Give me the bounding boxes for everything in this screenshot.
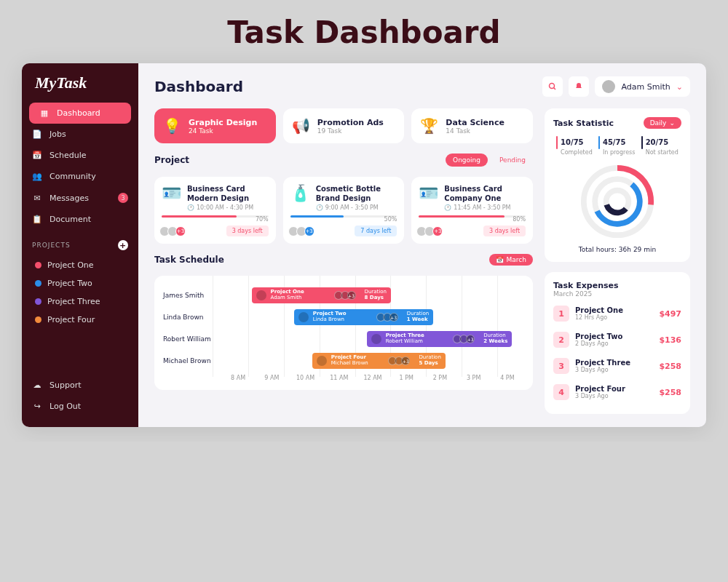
project-percent: 50% <box>290 216 397 223</box>
statistic-filter[interactable]: Daily ⌄ <box>644 117 681 129</box>
gantt-bar-label: Project ThreeRobert William <box>386 333 424 344</box>
avatars: +3 <box>390 356 410 365</box>
expenses-title: Task Expenses <box>553 281 681 290</box>
sidebar-project[interactable]: Project One <box>22 256 138 274</box>
nav-label: Community <box>50 172 96 181</box>
expense-row[interactable]: 4Project Four3 Days Ago$258 <box>553 379 681 405</box>
nav-label: Schedule <box>50 151 87 160</box>
avatar <box>298 312 309 322</box>
project-card[interactable]: 🪪Business Card Company One🕐11:45 AM - 3:… <box>411 177 533 244</box>
axis-label: 10 AM <box>288 375 322 381</box>
expense-time: 2 Days Ago <box>575 340 622 347</box>
nav-log-out[interactable]: ↪Log Out <box>22 396 138 417</box>
document-icon: 📋 <box>32 215 42 224</box>
project-label: Project Three <box>47 297 100 306</box>
expense-name: Project Four <box>575 385 625 393</box>
project-icon: 🪪 <box>419 184 438 211</box>
nav-support[interactable]: ☁Support <box>22 375 138 396</box>
statistic-title: Task Statistic <box>553 119 614 128</box>
sidebar-project[interactable]: Project Four <box>22 311 138 329</box>
tab-ongoing[interactable]: Ongoing <box>446 154 488 167</box>
category-icon: 📢 <box>292 117 310 135</box>
project-name: Business Card Modern Design <box>187 184 269 203</box>
days-left: 7 days left <box>355 226 397 236</box>
project-percent: 70% <box>162 216 269 223</box>
project-dot <box>35 316 41 323</box>
gantt-bar[interactable]: Project TwoLinda Brown+3Duration1 Week <box>294 309 433 325</box>
gantt-bar-label: Project FourMichael Brown <box>331 355 368 366</box>
expense-time: 3 Days Ago <box>575 367 630 373</box>
project-name: Cosmetic Bottle Brand Design <box>316 184 397 203</box>
nav-label: Messages <box>50 194 89 203</box>
nav-dashboard[interactable]: ▦Dashboard <box>29 103 131 124</box>
nav-messages[interactable]: ✉Messages3 <box>22 187 138 209</box>
category-card[interactable]: 💡Graphic Design24 Task <box>154 108 276 143</box>
nav-community[interactable]: 👥Community <box>22 166 138 187</box>
project-card[interactable]: 🪪Business Card Modern Design🕐10:00 AM - … <box>154 177 276 244</box>
dashboard-icon: ▦ <box>39 108 50 118</box>
search-button[interactable] <box>542 76 563 97</box>
add-project-button[interactable]: + <box>118 240 128 250</box>
expense-row[interactable]: 2Project Two2 Days Ago$136 <box>553 327 681 353</box>
gantt-bar[interactable]: Project ThreeRobert William+3Duration2 W… <box>367 331 513 347</box>
expense-row[interactable]: 1Project One12 Hrs Ago$497 <box>553 300 681 327</box>
gantt-duration: Duration1 Week <box>407 311 429 322</box>
sidebar-project[interactable]: Project Two <box>22 274 138 292</box>
project-label: Project Four <box>47 315 95 324</box>
tab-pending[interactable]: Pending <box>492 154 533 167</box>
community-icon: 👥 <box>32 172 42 181</box>
gantt-bar[interactable]: Project OneAdam Smith+3Duration8 Days <box>252 287 391 303</box>
project-icon: 🪪 <box>162 184 181 211</box>
axis-label: 1 PM <box>389 375 423 381</box>
category-card[interactable]: 🏆Data Science14 Task <box>411 108 533 143</box>
project-card[interactable]: 🧴Cosmetic Bottle Brand Design🕐9:00 AM - … <box>283 177 405 244</box>
nav-document[interactable]: 📋Document <box>22 209 138 230</box>
expense-amount: $258 <box>659 362 681 371</box>
expense-row[interactable]: 3Project Three3 Days Ago$258 <box>553 353 681 379</box>
category-card[interactable]: 📢Promotion Ads19 Task <box>283 108 405 143</box>
category-sub: 24 Task <box>189 127 257 135</box>
gantt-row: Linda BrownProject TwoLinda Brown+3Durat… <box>163 306 524 328</box>
gantt-person: Linda Brown <box>163 314 221 321</box>
axis-label: 4 PM <box>491 375 524 381</box>
avatars: +3 <box>162 226 186 236</box>
category-title: Promotion Ads <box>317 118 384 127</box>
sidebar-project[interactable]: Project Three <box>22 292 138 311</box>
gantt-row: Robert WilliamProject ThreeRobert Willia… <box>163 328 524 350</box>
nav-label: Jobs <box>50 129 66 139</box>
user-menu[interactable]: Adam Smith ⌄ <box>595 76 690 97</box>
gantt-bar[interactable]: Project FourMichael Brown+3Duration5 Day… <box>312 353 446 369</box>
axis-label: 12 AM <box>356 375 389 381</box>
chevron-down-icon: ⌄ <box>676 82 683 92</box>
project-label: Project Two <box>47 279 92 288</box>
avatar <box>317 356 327 366</box>
category-title: Graphic Design <box>189 118 257 127</box>
notifications-button[interactable] <box>569 76 589 97</box>
gantt-bar-label: Project TwoLinda Brown <box>313 311 347 322</box>
rank: 2 <box>553 332 569 348</box>
nav-label: Support <box>50 380 81 390</box>
gantt-panel: James SmithProject OneAdam Smith+3Durati… <box>154 276 533 390</box>
gantt-row: James SmithProject OneAdam Smith+3Durati… <box>163 284 524 306</box>
avatars: +3 <box>336 291 356 300</box>
schedule-icon: 📅 <box>32 151 42 160</box>
axis-label: 11 AM <box>323 375 356 381</box>
project-label: Project One <box>47 260 94 270</box>
schedule-month-button[interactable]: 📅 March <box>489 254 533 266</box>
expense-name: Project Two <box>575 332 622 340</box>
axis-label: 8 AM <box>221 375 255 381</box>
nav-schedule[interactable]: 📅Schedule <box>22 145 138 166</box>
days-left: 3 days left <box>483 226 526 236</box>
category-title: Data Science <box>446 118 505 127</box>
axis-label: 3 PM <box>457 375 491 381</box>
avatars: +3 <box>455 335 475 343</box>
project-percent: 80% <box>419 216 526 223</box>
nav-label: Log Out <box>50 402 81 411</box>
main: Dashboard Adam Smith ⌄ 💡Graphic Design24… <box>138 63 706 427</box>
user-name: Adam Smith <box>621 82 670 92</box>
gantt-bar-label: Project OneAdam Smith <box>271 290 304 300</box>
gantt-duration: Duration5 Days <box>419 355 440 366</box>
nav-jobs[interactable]: 📄Jobs <box>22 124 138 145</box>
category-icon: 🏆 <box>420 117 438 135</box>
nav-label: Dashboard <box>57 108 100 118</box>
